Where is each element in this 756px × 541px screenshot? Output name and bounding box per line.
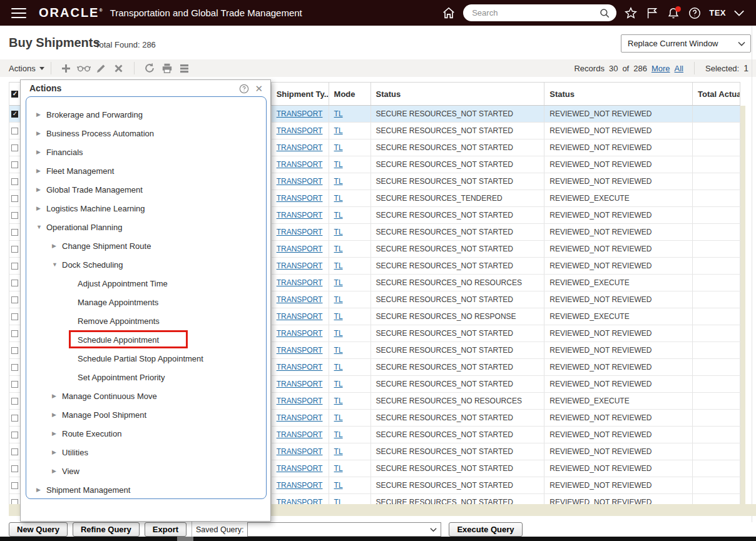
actions-menu-item[interactable]: Set Appointment Priority xyxy=(26,368,266,387)
mode-link[interactable]: TL xyxy=(334,109,343,118)
mode-link[interactable]: TL xyxy=(334,194,343,203)
mode-link[interactable]: TL xyxy=(334,278,343,287)
shipment-type-link[interactable]: TRANSPORT xyxy=(277,261,323,270)
bottom-scrollbar-thumb[interactable] xyxy=(177,537,193,541)
shipment-type-link[interactable]: TRANSPORT xyxy=(277,295,323,304)
favorites-star-icon[interactable] xyxy=(624,6,638,20)
shipment-type-link[interactable]: TRANSPORT xyxy=(277,228,323,236)
mode-link[interactable]: TL xyxy=(334,363,343,372)
shipment-type-link[interactable]: TRANSPORT xyxy=(277,481,323,490)
help-icon[interactable] xyxy=(688,6,702,20)
shipment-type-link[interactable]: TRANSPORT xyxy=(277,447,323,456)
search-input[interactable] xyxy=(472,8,599,18)
shipment-type-link[interactable]: TRANSPORT xyxy=(277,329,323,338)
actions-menu-item[interactable]: Manage Appointments xyxy=(26,293,266,311)
actions-menu-item[interactable]: Adjust Appointment Time xyxy=(26,274,266,293)
mode-link[interactable]: TL xyxy=(334,329,343,338)
mode-link[interactable]: TL xyxy=(334,245,343,253)
actions-menu-item[interactable]: Schedule Appointment xyxy=(26,330,266,349)
user-menu[interactable]: TEX xyxy=(709,8,726,18)
shipment-type-link[interactable]: TRANSPORT xyxy=(277,363,323,372)
notifications-bell-icon[interactable] xyxy=(667,6,680,20)
search-box[interactable] xyxy=(463,4,616,21)
actions-menu-item[interactable]: ▼Operational Planning xyxy=(26,218,266,236)
mode-link[interactable]: TL xyxy=(334,228,343,236)
header-status-1[interactable]: Status xyxy=(371,83,545,105)
shipment-type-link[interactable]: TRANSPORT xyxy=(277,430,323,439)
mode-link[interactable]: TL xyxy=(334,177,343,186)
shipment-type-link[interactable]: TRANSPORT xyxy=(277,380,323,388)
shipment-type-link[interactable]: TRANSPORT xyxy=(277,211,323,220)
popup-close-icon[interactable]: ✕ xyxy=(255,83,263,94)
header-shipment-type[interactable]: Shipment Ty... xyxy=(272,83,329,105)
refresh-icon[interactable] xyxy=(143,61,156,75)
actions-menu-item[interactable]: ▶Fleet Management xyxy=(26,161,266,180)
execute-query-button[interactable]: Execute Query xyxy=(449,522,522,537)
mode-link[interactable]: TL xyxy=(334,295,343,304)
shipment-type-link[interactable]: TRANSPORT xyxy=(277,413,323,422)
mode-link[interactable]: TL xyxy=(334,481,343,490)
mode-link[interactable]: TL xyxy=(334,211,343,220)
actions-menu-item[interactable]: ▶Change Shipment Route xyxy=(26,236,266,255)
mode-link[interactable]: TL xyxy=(334,447,343,456)
actions-menu-button[interactable]: Actions xyxy=(9,64,44,73)
window-mode-select[interactable]: Replace Current Window xyxy=(621,34,751,53)
search-icon[interactable] xyxy=(599,8,610,19)
actions-menu-item[interactable]: ▶View xyxy=(26,462,266,480)
delete-x-icon[interactable] xyxy=(112,61,126,75)
actions-menu-item[interactable]: ▶Manage Pool Shipment xyxy=(26,405,266,424)
mode-link[interactable]: TL xyxy=(334,261,343,270)
tree-collapsed-icon[interactable]: ▶ xyxy=(52,430,56,437)
mode-link[interactable]: TL xyxy=(334,160,343,169)
tree-collapsed-icon[interactable]: ▶ xyxy=(36,487,41,493)
shipment-type-link[interactable]: TRANSPORT xyxy=(277,278,323,287)
export-button[interactable]: Export xyxy=(145,522,186,537)
add-icon[interactable] xyxy=(59,61,73,75)
tree-expanded-icon[interactable]: ▼ xyxy=(36,224,42,230)
shipment-type-link[interactable]: TRANSPORT xyxy=(277,126,323,135)
saved-query-select[interactable] xyxy=(247,522,441,537)
tree-collapsed-icon[interactable]: ▶ xyxy=(52,449,56,455)
mode-link[interactable]: TL xyxy=(334,380,343,388)
actions-menu-item[interactable]: ▶Route Execution xyxy=(26,424,266,443)
shipment-type-link[interactable]: TRANSPORT xyxy=(277,194,323,203)
tree-collapsed-icon[interactable]: ▶ xyxy=(52,243,56,249)
tree-collapsed-icon[interactable]: ▶ xyxy=(36,149,41,155)
tree-collapsed-icon[interactable]: ▶ xyxy=(36,186,41,193)
shipment-type-link[interactable]: TRANSPORT xyxy=(277,177,323,186)
shipment-type-link[interactable]: TRANSPORT xyxy=(277,160,323,169)
header-total-actual[interactable]: Total Actual xyxy=(693,83,740,105)
view-glasses-icon[interactable] xyxy=(77,61,91,75)
actions-menu-item[interactable]: ▼Dock Scheduling xyxy=(26,255,266,274)
mode-link[interactable]: TL xyxy=(334,413,343,422)
tree-collapsed-icon[interactable]: ▶ xyxy=(36,168,41,174)
rows-icon[interactable] xyxy=(178,61,192,75)
shipment-type-link[interactable]: TRANSPORT xyxy=(277,312,323,321)
mode-link[interactable]: TL xyxy=(334,312,343,321)
header-mode[interactable]: Mode xyxy=(329,83,371,105)
actions-menu-item[interactable]: ▶Manage Continuous Move xyxy=(26,387,266,405)
popup-help-icon[interactable] xyxy=(239,84,249,94)
shipment-type-link[interactable]: TRANSPORT xyxy=(277,109,323,118)
tree-expanded-icon[interactable]: ▼ xyxy=(52,261,58,268)
print-icon[interactable] xyxy=(160,61,174,75)
tree-collapsed-icon[interactable]: ▶ xyxy=(36,130,41,136)
home-icon[interactable] xyxy=(442,6,456,20)
vertical-scrollbar[interactable] xyxy=(740,106,745,504)
new-query-button[interactable]: New Query xyxy=(9,522,68,537)
header-status-2[interactable]: Status xyxy=(544,83,693,105)
tree-collapsed-icon[interactable]: ▶ xyxy=(36,205,41,211)
tree-collapsed-icon[interactable]: ▶ xyxy=(52,393,56,399)
shipment-type-link[interactable]: TRANSPORT xyxy=(277,397,323,405)
chevron-down-icon[interactable] xyxy=(733,6,745,20)
actions-menu-item[interactable]: ▶Logistics Machine Learning xyxy=(26,199,266,218)
shipment-type-link[interactable]: TRANSPORT xyxy=(277,245,323,253)
more-link[interactable]: More xyxy=(651,64,670,73)
mode-link[interactable]: TL xyxy=(334,143,343,152)
edit-pencil-icon[interactable] xyxy=(94,61,108,75)
shipment-type-link[interactable]: TRANSPORT xyxy=(277,346,323,355)
mode-link[interactable]: TL xyxy=(334,126,343,135)
actions-menu-item[interactable]: Remove Appointments xyxy=(26,311,266,330)
tree-collapsed-icon[interactable]: ▶ xyxy=(52,468,56,474)
shipment-type-link[interactable]: TRANSPORT xyxy=(277,464,323,473)
